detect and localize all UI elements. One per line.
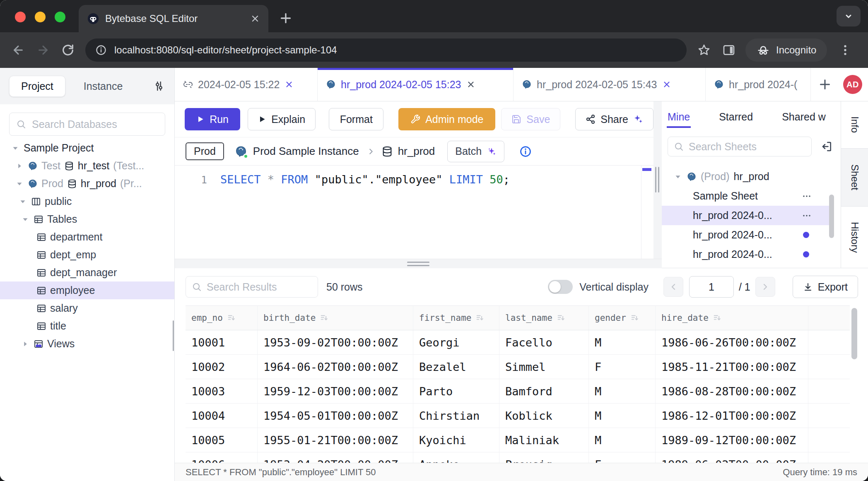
search-results-field[interactable] [206,281,312,293]
sheet-item[interactable]: hr_prod 2024-0... [662,245,832,264]
close-browser-tab-icon[interactable] [250,14,260,24]
sheet-tab-mine[interactable]: Mine [668,111,690,128]
column-header-hire_date[interactable]: hire_date [656,306,808,330]
sheet-tab-starred[interactable]: Starred [719,111,753,128]
search-databases-input[interactable] [9,113,165,136]
sheet-item[interactable]: hr_prod 2024-0... [662,225,832,245]
results-scrollbar[interactable] [851,308,857,359]
batch-button[interactable]: Batch [447,141,504,162]
table-cell-filler [808,330,850,354]
search-results-input[interactable] [186,276,318,298]
filter-sliders-icon[interactable] [153,80,165,92]
sheet-group-row[interactable]: (Prod)hr_prod [662,167,832,186]
sql-token: 50 [489,173,503,186]
tree-item-dept_emp[interactable]: dept_emp [0,246,174,264]
side-panel-icon[interactable] [722,43,735,57]
sheet-item[interactable]: hr_prod 2024-0... [662,206,832,225]
tree-item-Tables[interactable]: Tables [0,210,174,228]
table-cell: 1986-08-28T00:00:00Z [656,379,808,403]
column-header-label: hire_date [661,313,709,323]
close-tab-icon[interactable] [285,80,294,89]
tree-item-Sample Project[interactable]: Sample Project [0,139,174,157]
tab-search-button[interactable] [837,6,861,26]
save-button[interactable]: Save [501,108,560,130]
search-sheets-input[interactable] [668,137,812,156]
close-tab-icon[interactable] [662,80,671,89]
editor-tab[interactable]: 2024-02-05 15:22 [175,68,318,101]
run-button[interactable]: Run [185,108,240,130]
vertical-display-toggle[interactable] [548,280,573,294]
share-button[interactable]: Share [575,108,653,130]
tree-item-Views[interactable]: Views [0,335,174,353]
export-button[interactable]: Export [793,276,858,298]
address-bar[interactable]: localhost:8080/sql-editor/sheet/project-… [85,38,687,62]
instance-name[interactable]: Prod Sample Instance [253,145,359,158]
tree-item-public[interactable]: public [0,192,174,210]
browser-tab-title: Bytebase SQL Editor [105,13,244,24]
site-info-icon[interactable] [95,44,107,56]
back-icon[interactable] [12,43,25,57]
caret-down-icon [18,197,27,206]
close-window-button[interactable] [15,12,26,22]
maximize-window-button[interactable] [55,12,65,22]
sheet-menu-icon[interactable] [802,191,812,201]
column-header-gender[interactable]: gender [589,306,656,330]
next-page-button[interactable] [755,277,775,297]
sql-editor[interactable]: 1 SELECT * FROM "public"."employee" LIMI… [175,166,653,259]
editor-panel-resize-handle[interactable] [655,167,659,192]
column-header-last_name[interactable]: last_name [499,306,589,330]
tree-item-hr_prod[interactable]: Prodhr_prod(Pr... [0,175,174,192]
new-browser-tab-icon[interactable] [278,11,293,26]
sheet-group-env: (Prod) [701,171,729,183]
forward-icon[interactable] [36,43,50,57]
sheet-tab-shared-w[interactable]: Shared w [782,111,826,128]
info-icon[interactable] [519,145,532,158]
tree-item-employee[interactable]: employee [0,281,174,299]
tree-item-title[interactable]: title [0,317,174,335]
sheet-item[interactable]: Sample Sheet [662,186,832,206]
tab-instance[interactable]: Instance [84,80,123,92]
format-button[interactable]: Format [329,108,383,130]
tree-item-dept_manager[interactable]: dept_manager [0,264,174,281]
table-cell: 1985-11-21T00:00:00Z [656,355,808,379]
close-tab-icon[interactable] [466,80,475,89]
table-cell: Anneke [413,452,499,463]
tree-label: public [45,195,72,207]
tree-item-department[interactable]: department [0,228,174,246]
admin-mode-button[interactable]: Admin mode [398,108,495,130]
column-header-emp_no[interactable]: emp_no [186,306,258,330]
explain-button[interactable]: Explain [248,108,316,130]
reload-icon[interactable] [61,43,75,57]
side-tab-info[interactable]: Info [841,101,868,148]
bookmark-star-icon[interactable] [697,43,711,57]
postgres-icon [28,179,38,189]
search-sheets-field[interactable] [688,140,805,153]
sheet-list-scrollbar[interactable] [829,195,834,238]
tree-item-salary[interactable]: salary [0,299,174,317]
editor-tab[interactable]: hr_prod 2024-( [706,68,811,101]
new-sheet-icon[interactable] [817,77,832,92]
editor-minimap[interactable] [641,166,653,259]
browser-menu-icon[interactable] [839,43,852,57]
editor-tab[interactable]: hr_prod 2024-02-05 15:23 [318,68,514,101]
user-avatar[interactable]: AD [843,75,862,94]
editor-tab[interactable]: hr_prod 2024-02-05 15:43 [514,68,706,101]
caret-right-icon [21,339,30,349]
prev-page-button[interactable] [663,277,683,297]
column-header-birth_date[interactable]: birth_date [258,306,413,330]
search-databases-field[interactable] [31,118,158,131]
column-header-first_name[interactable]: first_name [413,306,499,330]
unsaved-dot [803,232,809,238]
sheet-menu-icon[interactable] [802,211,812,221]
tree-item-hr_test[interactable]: Testhr_test(Test... [0,157,174,175]
browser-tab[interactable]: Bytebase SQL Editor [79,5,268,32]
open-sheet-icon[interactable] [821,140,833,153]
tab-project[interactable]: Project [9,76,65,97]
status-bar: SELECT * FROM "public"."employee" LIMIT … [175,463,868,481]
side-tab-sheet[interactable]: Sheet [841,148,868,207]
side-tab-history[interactable]: History [841,207,868,268]
minimize-window-button[interactable] [35,12,46,22]
database-name[interactable]: hr_prod [398,145,435,158]
results-splitter[interactable] [175,259,662,268]
page-number-input[interactable] [689,276,734,298]
